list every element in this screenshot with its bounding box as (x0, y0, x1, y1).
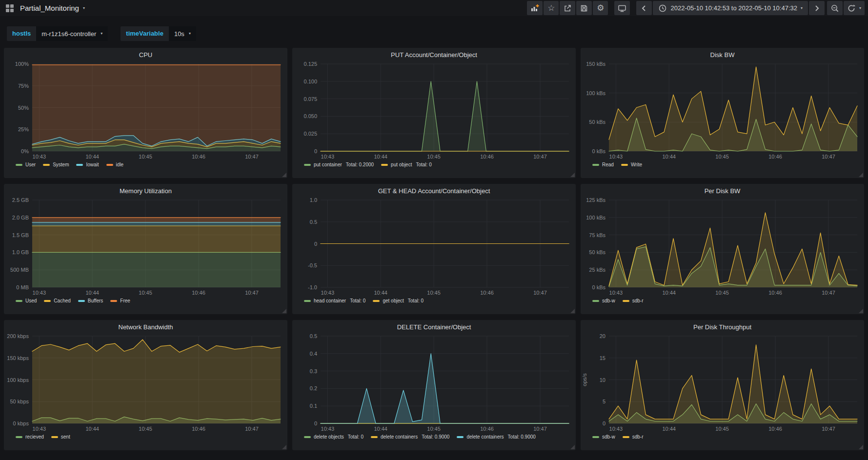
legend-item[interactable]: System (43, 162, 69, 167)
panel-resize-handle[interactable] (859, 309, 863, 313)
panel-resize-handle[interactable] (859, 445, 863, 449)
legend-item[interactable]: sdb-w (592, 434, 615, 440)
cycle-view-mode-button[interactable] (614, 1, 630, 15)
navbar: Partial_Monitoring ▾ ☆ (0, 0, 868, 16)
dashboard-title-button[interactable]: Partial_Monitoring ▾ (20, 4, 85, 12)
svg-text:0.5: 0.5 (310, 219, 317, 225)
legend-item[interactable]: idle (106, 162, 124, 167)
legend-item[interactable]: recieved (16, 434, 44, 440)
svg-text:100%: 100% (15, 61, 29, 67)
series-total: Total: 0.9000 (508, 434, 536, 440)
svg-text:25%: 25% (18, 126, 29, 132)
svg-text:10:46: 10:46 (768, 154, 782, 160)
legend-item[interactable]: Write (621, 162, 642, 167)
panel-title-network-bandwidth[interactable]: Network Bandwidth (4, 320, 287, 333)
series-color-dash (621, 164, 628, 166)
series-color-dash (373, 300, 380, 302)
chart-per-disk-throughput[interactable]: 0510152010:4310:4410:4510:4610:47ops/s (581, 333, 864, 433)
legend-item[interactable]: head containerTotal: 0 (304, 298, 365, 303)
legend-item[interactable]: sdb-w (592, 298, 615, 303)
legend-item[interactable]: User (16, 162, 36, 167)
svg-text:10:47: 10:47 (822, 290, 835, 296)
panel-resize-handle[interactable] (570, 309, 575, 313)
time-range-text: 2022-05-10 10:42:53 to 2022-05-10 10:47:… (670, 4, 797, 12)
legend-item[interactable]: Used (16, 298, 37, 303)
series-color-dash (304, 164, 311, 166)
chart-put-account-container-object[interactable]: 00.0250.0500.0750.1000.12510:4310:4410:4… (292, 61, 576, 161)
legend-item[interactable]: Read (592, 162, 614, 167)
legend-item[interactable]: Cached (44, 298, 70, 303)
chart-disk-bw[interactable]: 0 kBs50 kBs100 kBs150 kBs10:4310:4410:45… (581, 61, 864, 161)
svg-text:1.0: 1.0 (310, 197, 317, 203)
panel-resize-handle[interactable] (570, 173, 575, 177)
legend-item[interactable]: put containerTotal: 0.2000 (304, 162, 374, 167)
panel-resize-handle[interactable] (282, 173, 286, 177)
legend-item[interactable]: put objectTotal: 0 (381, 162, 432, 167)
legend-item[interactable]: sdb-r (623, 434, 644, 440)
legend-item[interactable]: delete containersTotal: 0.9000 (457, 434, 535, 440)
svg-text:10:43: 10:43 (321, 290, 335, 296)
time-range-picker-button[interactable]: 2022-05-10 10:42:53 to 2022-05-10 10:47:… (653, 1, 808, 15)
save-dashboard-button[interactable] (576, 1, 592, 15)
svg-text:10:44: 10:44 (662, 290, 676, 296)
star-dashboard-button[interactable]: ☆ (544, 1, 559, 15)
legend-item[interactable]: delete objectsTotal: 0 (304, 434, 363, 440)
panel-resize-handle[interactable] (859, 173, 863, 177)
panel-title-cpu[interactable]: CPU (4, 48, 287, 61)
chart-cpu[interactable]: 0%25%50%75%100%10:4310:4410:4510:4610:47 (4, 61, 287, 161)
add-panel-button[interactable] (527, 1, 543, 15)
series-color-dash (16, 436, 22, 438)
series-name: System (53, 162, 69, 167)
svg-text:10:45: 10:45 (139, 290, 152, 296)
svg-text:0.075: 0.075 (303, 96, 317, 102)
legend-item[interactable]: delete containersTotal: 0.9000 (371, 434, 449, 440)
series-name: Cached (54, 298, 70, 303)
legend-get-head-account-container-object: head containerTotal: 0get objectTotal: 0 (292, 297, 576, 303)
dashboard-settings-button[interactable]: ⚙ (593, 1, 608, 15)
chart-memory-utilization[interactable]: 0 MB500 MB1.0 GB1.5 GB2.0 GB2.5 GB10:431… (4, 197, 287, 297)
time-shift-forward-button[interactable] (809, 1, 825, 15)
svg-text:10:43: 10:43 (609, 290, 623, 296)
svg-text:10:44: 10:44 (662, 154, 676, 160)
chart-get-head-account-container-object[interactable]: -1.0-0.500.51.010:4310:4410:4510:4610:47 (292, 197, 576, 297)
series-color-dash (371, 436, 378, 438)
chart-per-disk-bw[interactable]: 0 kBs25 kBs50 kBs75 kBs100 kBs125 kBs10:… (581, 197, 864, 297)
svg-text:2.5 GB: 2.5 GB (12, 197, 29, 203)
chart-network-bandwidth[interactable]: 0 kbps50 kbps100 kbps150 kbps200 kbps10:… (4, 333, 287, 433)
svg-text:10:44: 10:44 (374, 154, 387, 160)
svg-text:10:47: 10:47 (822, 154, 835, 160)
chart-delete-container-object[interactable]: 00.10.20.30.40.510:4310:4410:4510:4610:4… (292, 333, 576, 433)
share-dashboard-button[interactable] (560, 1, 575, 15)
panel-title-delete-container-object[interactable]: DELETE Container/Object (292, 320, 576, 333)
panel-title-disk-bw[interactable]: Disk BW (581, 48, 864, 61)
legend-item[interactable]: Buffers (78, 298, 103, 303)
svg-text:50 kbps: 50 kbps (10, 399, 29, 404)
svg-text:10:47: 10:47 (533, 426, 547, 432)
time-shift-back-button[interactable] (636, 1, 652, 15)
zoom-out-time-button[interactable] (827, 1, 843, 15)
panel-resize-handle[interactable] (282, 309, 286, 313)
panel-title-memory-utilization[interactable]: Memory Utilization (4, 184, 287, 197)
svg-text:10:47: 10:47 (822, 426, 835, 432)
variable-hostis-value-dropdown[interactable]: m-r1z1s6-controller ▾ (36, 26, 108, 41)
refresh-button[interactable]: ▾ (844, 1, 865, 15)
apps-menu-button[interactable] (5, 3, 15, 13)
series-color-dash (304, 300, 311, 302)
panel-title-per-disk-throughput[interactable]: Per Disk Throughput (581, 320, 864, 333)
panel-resize-handle[interactable] (282, 445, 286, 449)
svg-text:0: 0 (314, 420, 317, 426)
series-name: idle (116, 162, 124, 167)
variable-timevariable-value-dropdown[interactable]: 10s ▾ (169, 26, 196, 41)
legend-item[interactable]: Iowait (76, 162, 99, 167)
legend-item[interactable]: sent (51, 434, 70, 440)
svg-text:10:43: 10:43 (609, 426, 623, 432)
panel-title-get-head-account-container-object[interactable]: GET & HEAD Account/Container/Object (292, 184, 576, 197)
series-total: Total: 0.9000 (422, 434, 449, 440)
legend-item[interactable]: get objectTotal: 0 (373, 298, 424, 303)
legend-item[interactable]: sdb-r (623, 298, 644, 303)
panel-title-put-account-container-object[interactable]: PUT Account/Container/Object (292, 48, 576, 61)
panel-resize-handle[interactable] (570, 445, 575, 449)
svg-text:1.5 GB: 1.5 GB (12, 232, 29, 238)
legend-item[interactable]: Free (110, 298, 130, 303)
panel-title-per-disk-bw[interactable]: Per Disk BW (581, 184, 864, 197)
